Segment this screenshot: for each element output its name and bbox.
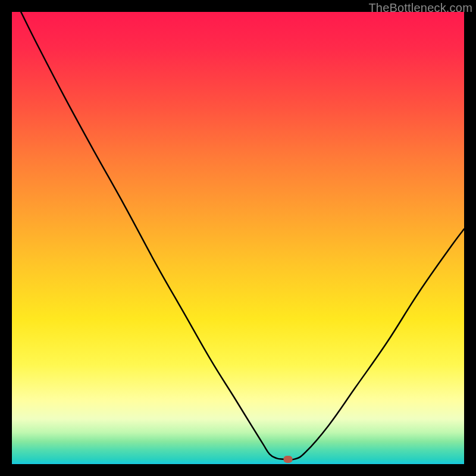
chart-container: TheBottleneck.com: [0, 0, 476, 476]
bottleneck-curve: [12, 12, 464, 464]
plot-area: [12, 12, 464, 464]
minimum-marker: [283, 456, 292, 463]
